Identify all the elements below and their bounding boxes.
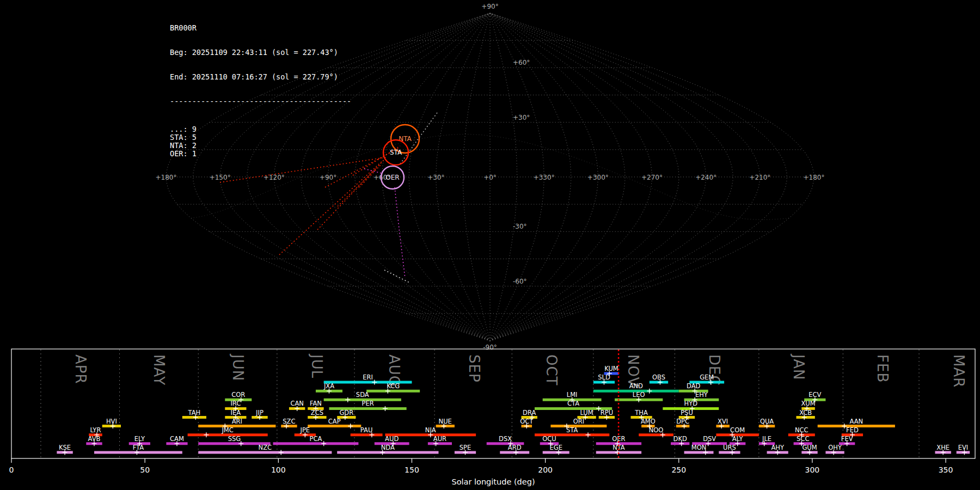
count-line-OER: OER: 1 — [170, 150, 351, 158]
shower-label-DKD: DKD — [673, 435, 687, 443]
shower-label-DSV: DSV — [703, 435, 716, 443]
shower-label-NOO: NOO — [649, 426, 664, 434]
shower-label-ZCS: ZCS — [311, 409, 323, 416]
shower-label-NUE: NUE — [439, 418, 452, 425]
shower-CAN: CAN — [289, 400, 305, 411]
shower-label-STA: STA — [566, 426, 578, 434]
shower-label-XCB: XCB — [799, 409, 812, 416]
x-axis: 050100150200250300350Solar longitude (de… — [9, 458, 953, 486]
obs-begin-line: Beg: 20251109 22:43:11 (sol = 227.43°) — [170, 48, 351, 57]
shower-label-DAD: DAD — [687, 382, 701, 390]
shower-label-SCC: SCC — [797, 435, 809, 443]
meteor-trail-10 — [384, 270, 409, 283]
shower-label-TAH: TAH — [188, 409, 201, 416]
count-line-dotdotdot: ...: 9 — [170, 125, 351, 133]
shower-SZC: SZC — [281, 418, 297, 429]
shower-label-AND: AND — [629, 382, 643, 390]
month-label-OCT: OCT — [543, 354, 560, 386]
meteor-trail-8 — [364, 169, 381, 173]
shower-label-FTA: FTA — [133, 444, 144, 451]
lon-label: +180° — [804, 174, 825, 181]
shower-label-KUM: KUM — [604, 365, 618, 372]
shower-label-AAN: AAN — [849, 418, 863, 425]
x-tick-label: 300 — [805, 465, 820, 474]
station-id: BR000R — [170, 24, 351, 32]
shower-AHY: AHY — [767, 444, 788, 455]
x-tick-label: 50 — [140, 465, 150, 474]
shower-label-JLE: JLE — [762, 435, 771, 443]
shower-ARI: ARI — [198, 418, 275, 429]
shower-label-EHY: EHY — [695, 391, 708, 399]
lon-label: +30° — [427, 174, 444, 181]
month-label-SEP: SEP — [466, 354, 482, 383]
shower-EVI: EVI — [957, 444, 970, 455]
month-label-APR: APR — [72, 354, 89, 384]
shower-label-PAU: PAU — [360, 426, 372, 434]
shower-label-ARD: ARD — [508, 444, 522, 451]
count-line-NTA: NTA: 2 — [170, 142, 351, 150]
x-tick-label: 350 — [939, 465, 953, 474]
shower-URS: URS — [719, 444, 740, 455]
shower-label-OBS: OBS — [652, 373, 665, 381]
shower-ORI: ORI — [550, 418, 607, 429]
obs-end-line: End: 20251110 07:16:27 (sol = 227.79°) — [170, 73, 351, 81]
shower-SLD: SLD — [593, 373, 615, 385]
shower-count-list: ...: 9STA: 5NTA: 2OER: 1 — [170, 125, 351, 158]
shower-label-DRA: DRA — [523, 409, 536, 416]
x-tick-label: 200 — [538, 465, 553, 474]
shower-label-SDA: SDA — [356, 391, 369, 399]
shower-label-MON: MON — [691, 444, 707, 451]
shower-label-OHY: OHY — [828, 444, 842, 451]
shower-label-OCU: OCU — [542, 435, 556, 443]
lon-label: +330° — [534, 174, 555, 181]
shower-bars: KUMERISLDOBSGEMJXAKCGANDDADCORSDALMILEOE… — [57, 365, 970, 455]
shower-XCB: XCB — [796, 409, 814, 420]
x-axis-title: Solar longitude (deg) — [451, 477, 535, 486]
shower-PCA: PCA — [273, 435, 358, 446]
lat-label: -90° — [483, 344, 497, 351]
lat-label: -60° — [513, 278, 527, 285]
shower-NOO: NOO — [639, 426, 673, 438]
lon-label: +270° — [641, 174, 663, 181]
shower-label-ORI: ORI — [573, 418, 584, 425]
shower-JIP: JIP — [252, 409, 267, 420]
shower-NIA: NIA — [385, 426, 476, 438]
separator-line: ----------------------------------------… — [170, 97, 351, 106]
x-tick-label: 250 — [671, 465, 686, 474]
shower-label-LUM: LUM — [580, 409, 593, 416]
shower-label-EVI: EVI — [958, 444, 969, 451]
radiant-label-STA: STA — [390, 149, 402, 156]
shower-AUR: AUR — [428, 435, 452, 446]
shower-label-XUM: XUM — [801, 400, 815, 407]
shower-KSE: KSE — [57, 444, 72, 455]
shower-label-XVI: XVI — [718, 418, 728, 425]
shower-QUA: QUA — [759, 418, 775, 429]
month-label-MAR: MAR — [951, 354, 967, 388]
lon-label: +300° — [587, 174, 609, 181]
shower-label-ERI: ERI — [363, 373, 373, 381]
shower-XVI: XVI — [716, 418, 730, 429]
shower-label-NZC: NZC — [259, 444, 272, 451]
radiant-circles: NTASTAOER — [381, 125, 419, 189]
shower-FTA: FTA — [94, 444, 182, 455]
plot-canvas: +180°+150°+120°+90°+60°+30°+0°+330°+300°… — [0, 0, 980, 490]
shower-LEO: LEO — [615, 391, 663, 402]
lon-label: +120° — [264, 174, 285, 181]
shower-label-JMC: JMC — [221, 426, 233, 434]
shower-SPE: SPE — [455, 444, 476, 455]
lon-label: +210° — [749, 174, 770, 181]
shower-XHE: XHE — [935, 444, 951, 455]
month-label-FEB: FEB — [874, 354, 891, 383]
shower-label-COR: COR — [231, 391, 245, 399]
shower-EGE: EGE — [543, 444, 569, 455]
shower-label-DPC: DPC — [676, 418, 689, 425]
app-root: +180°+150°+120°+90°+60°+30°+0°+330°+300°… — [0, 0, 980, 490]
lat-label: -30° — [513, 223, 527, 230]
shower-label-SZC: SZC — [283, 418, 295, 425]
shower-label-EGE: EGE — [549, 444, 562, 451]
x-tick-label: 100 — [271, 465, 286, 474]
shower-OHY: OHY — [825, 444, 844, 455]
shower-label-LYR: LYR — [90, 426, 101, 434]
lon-label: +90° — [320, 174, 336, 181]
lat-label: +30° — [513, 114, 530, 121]
